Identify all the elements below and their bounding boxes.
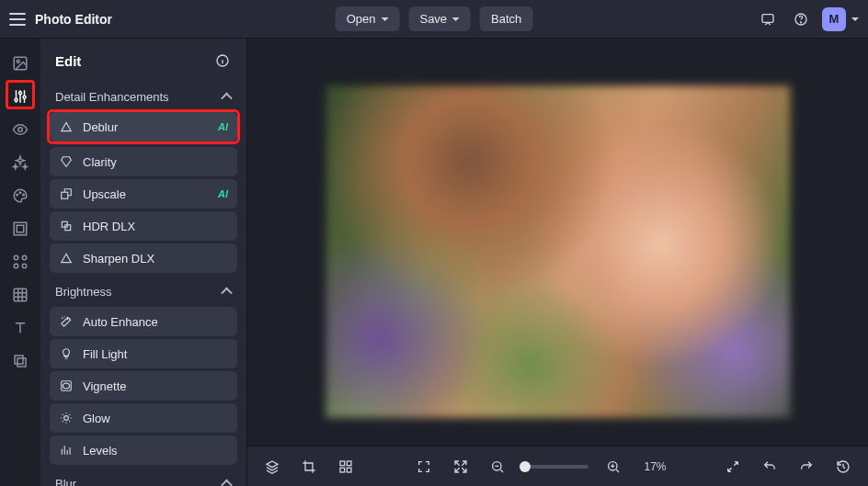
rail-sparkle-icon[interactable] <box>10 153 30 173</box>
svg-rect-22 <box>62 192 68 198</box>
sun-icon <box>59 411 74 425</box>
user-avatar[interactable]: M <box>822 7 846 31</box>
svg-point-4 <box>17 60 19 62</box>
zoom-percent: 17% <box>644 460 666 473</box>
section-brightness-header[interactable]: Brightness <box>50 276 237 304</box>
tool-glow[interactable]: Glow <box>50 403 237 433</box>
tool-deblur[interactable]: Deblur AI <box>50 112 237 141</box>
tool-highlight-box: Deblur AI <box>47 109 240 144</box>
canvas-stage[interactable] <box>247 39 868 446</box>
redo-icon[interactable] <box>794 455 818 479</box>
svg-rect-13 <box>17 225 24 232</box>
expand-icon[interactable] <box>449 455 473 479</box>
triangle-icon <box>59 251 74 266</box>
open-button[interactable]: Open <box>336 6 400 31</box>
compare-icon[interactable] <box>721 455 745 479</box>
chevron-down-icon[interactable] <box>851 17 859 21</box>
section-blur-header[interactable]: Blur <box>50 468 237 486</box>
chevron-up-icon <box>223 480 232 487</box>
zoom-thumb[interactable] <box>520 461 531 472</box>
tool-rail <box>0 39 40 486</box>
rail-palette-icon[interactable] <box>10 186 30 206</box>
rail-image-icon[interactable] <box>10 53 30 73</box>
chevron-down-icon <box>381 17 388 21</box>
tool-auto-enhance[interactable]: Auto Enhance <box>50 307 237 336</box>
svg-point-7 <box>23 96 26 98</box>
svg-point-11 <box>23 194 25 196</box>
svg-point-14 <box>14 255 18 260</box>
triangle-icon <box>59 119 74 134</box>
fit-screen-icon[interactable] <box>412 455 436 479</box>
crop-icon[interactable] <box>297 455 321 479</box>
rail-eye-icon[interactable] <box>10 119 30 140</box>
svg-rect-31 <box>347 468 351 472</box>
tool-hdr-dlx[interactable]: HDR DLX <box>50 211 237 241</box>
history-icon[interactable] <box>831 455 855 479</box>
upscale-icon <box>59 186 74 201</box>
wand-icon <box>59 314 74 329</box>
rail-text-icon[interactable] <box>10 318 30 338</box>
svg-rect-0 <box>762 14 773 22</box>
tool-vignette[interactable]: Vignette <box>50 371 237 401</box>
tool-fill-light[interactable]: Fill Light <box>50 339 237 368</box>
svg-point-9 <box>17 194 18 196</box>
tool-levels[interactable]: Levels <box>50 435 237 465</box>
info-icon[interactable] <box>213 51 232 70</box>
chevron-up-icon <box>223 288 232 297</box>
svg-rect-20 <box>17 358 26 367</box>
ai-badge: AI <box>218 121 228 132</box>
ai-badge: AI <box>218 188 228 199</box>
levels-icon <box>59 443 74 458</box>
tool-clarity[interactable]: Clarity <box>50 147 237 176</box>
zoom-out-icon[interactable] <box>485 455 509 479</box>
menu-button[interactable] <box>9 13 26 26</box>
zoom-in-icon[interactable] <box>601 455 625 479</box>
svg-point-26 <box>63 383 70 389</box>
batch-button[interactable]: Batch <box>480 6 532 31</box>
rail-elements-icon[interactable] <box>10 252 30 272</box>
svg-rect-30 <box>340 468 345 472</box>
svg-rect-12 <box>14 222 27 235</box>
edit-panel: Edit Detail Enhancements Deblur AI Clari <box>40 39 247 486</box>
svg-point-6 <box>19 92 22 95</box>
canvas-footer: 17% <box>247 446 868 486</box>
zoom-slider[interactable] <box>522 465 588 469</box>
svg-point-16 <box>14 264 18 268</box>
photo-preview <box>325 85 792 419</box>
rail-frame-icon[interactable] <box>10 219 30 239</box>
chevron-down-icon <box>452 17 460 21</box>
layers-icon[interactable] <box>260 455 284 479</box>
chevron-up-icon <box>223 93 232 102</box>
save-button[interactable]: Save <box>408 6 471 31</box>
svg-rect-28 <box>340 461 345 466</box>
rail-texture-icon[interactable] <box>10 285 30 305</box>
diamond-icon <box>59 154 74 169</box>
svg-point-17 <box>22 264 27 268</box>
feedback-icon[interactable] <box>756 7 780 31</box>
svg-point-27 <box>64 416 69 421</box>
tool-upscale[interactable]: Upscale AI <box>50 179 237 209</box>
hdr-icon <box>59 219 74 233</box>
rail-adjust-icon[interactable] <box>10 86 30 107</box>
svg-point-15 <box>22 255 27 260</box>
section-detail-header[interactable]: Detail Enhancements <box>50 81 237 109</box>
app-title: Photo Editor <box>35 12 112 27</box>
svg-point-2 <box>800 21 801 22</box>
grid-icon[interactable] <box>334 455 358 479</box>
bulb-icon <box>59 346 74 361</box>
undo-icon[interactable] <box>758 455 782 479</box>
help-icon[interactable] <box>789 7 813 31</box>
svg-rect-19 <box>15 356 23 364</box>
svg-point-5 <box>15 98 17 101</box>
tool-sharpen-dlx[interactable]: Sharpen DLX <box>50 243 237 273</box>
svg-rect-18 <box>14 288 27 301</box>
rail-layers-icon[interactable] <box>10 351 30 371</box>
vignette-icon <box>59 379 74 393</box>
svg-rect-29 <box>347 461 351 466</box>
panel-heading: Edit <box>55 53 81 69</box>
svg-point-10 <box>19 192 21 194</box>
svg-point-8 <box>18 128 23 132</box>
